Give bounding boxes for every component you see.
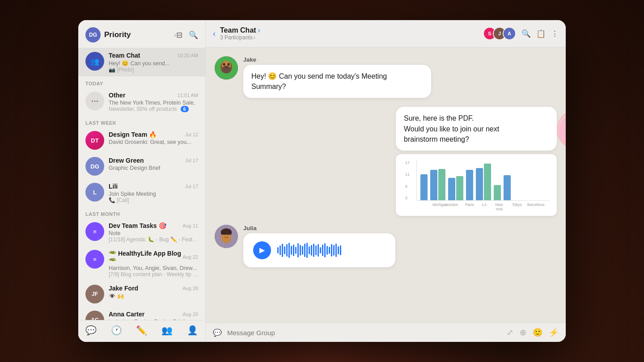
jake-avatar	[215, 56, 238, 80]
conv-content-healthylife: 🥗 HealthyLife App Blog 🥗 Aug 22 Harrison…	[109, 250, 198, 278]
participants-chevron: ›	[254, 34, 255, 41]
conv-preview-lili: Join Spike Meeting	[109, 191, 198, 197]
conv-content-team-chat: Team Chat 10:20 AM Hey! 😊 Can you send..…	[109, 52, 198, 73]
waveform	[277, 242, 341, 258]
nav-history[interactable]: 🕐	[111, 325, 122, 336]
sidebar-title: Priority	[104, 30, 173, 39]
conv-name-design-team: Design Team 🔥	[109, 131, 157, 138]
nav-groups[interactable]: 👥	[161, 325, 173, 336]
app-window: DG Priority › ⊟ 🔍 👥 Team Chat 10:20 AM	[78, 20, 566, 342]
svg-point-4	[223, 63, 225, 66]
compose-icon: ✏️	[136, 325, 147, 336]
conversation-item-healthylife[interactable]: ≡ 🥗 HealthyLife App Blog 🥗 Aug 22 Harris…	[78, 246, 205, 281]
bar-group-la	[466, 170, 473, 200]
conv-top-drew-green: Drew Green Jul 17	[109, 157, 198, 164]
chat-input-bar: 💬 ⤢ ⊕ 🙂 ⚡	[206, 323, 566, 342]
wave-bar	[277, 247, 279, 253]
conv-content-dev-team: Dev Team Tasks 🎯 Aug 11 Note [11/18] Age…	[109, 222, 198, 243]
message-julia-audio: Julia ▶	[215, 225, 557, 267]
groups-icon: 👥	[161, 325, 173, 336]
conversation-item-drew-green[interactable]: DG Drew Green Jul 17 Graphic Design Brie…	[78, 153, 205, 179]
svg-point-9	[224, 232, 225, 235]
section-label-today: TODAY	[78, 76, 205, 88]
participant-avatar-3: A	[503, 27, 516, 40]
bar-group-london	[430, 169, 445, 200]
user-avatar: DG	[85, 27, 101, 42]
conversation-item-lili[interactable]: L Lili Jul 17 Join Spike Meeting 📞 [Call…	[78, 179, 205, 207]
lightning-icon[interactable]: ⚡	[549, 328, 559, 337]
bar-paris-blue	[448, 178, 455, 200]
conv-name-team-chat: Team Chat	[109, 52, 140, 59]
conv-preview-healthylife: Harrison, You, Angie, Sivan, Drew...	[109, 265, 198, 271]
bar-tokyo-green	[494, 185, 501, 200]
more-icon[interactable]: ⋮	[551, 29, 559, 38]
conv-content-other: Other 11:01 AM The New York Times, Prote…	[109, 92, 198, 112]
bar-group-newyork	[476, 164, 491, 200]
x-label-michigan: Michigan	[432, 202, 441, 211]
main-chat: ‹ Team Chat › 3 Participants › S J	[206, 20, 566, 342]
conversation-item-other[interactable]: ··· Other 11:01 AM The New York Times, P…	[78, 88, 205, 116]
conversation-item-design-team[interactable]: DT Design Team 🔥 Jul 12 David Grosenki: …	[78, 127, 205, 153]
sidebar-header-icons: ⊟ 🔍	[176, 30, 198, 40]
jake-face-svg	[215, 56, 238, 80]
conv-top-other: Other 11:01 AM	[109, 92, 198, 99]
nav-compose[interactable]: ✏️	[136, 325, 147, 336]
conversation-item-anna-carter[interactable]: AC Anna Carter Aug 29 Invitation: Review…	[78, 307, 205, 320]
message-jake: Jake Hey! 😊 Can you send me today's Meet…	[215, 56, 557, 98]
back-button[interactable]: ‹	[213, 29, 216, 38]
conversation-item-team-chat[interactable]: 👥 Team Chat 10:20 AM Hey! 😊 Can you send…	[78, 48, 205, 76]
conv-avatar-lili: L	[85, 183, 104, 202]
section-label-lastweek: LAST WEEK	[78, 116, 205, 127]
conversation-item-jake-ford[interactable]: JF Jake Ford Aug 28 👁️ 🙌	[78, 281, 205, 307]
bar-chart: 0 6 11 17	[396, 154, 557, 216]
play-button[interactable]: ▶	[253, 241, 271, 259]
bar-newyork-green	[484, 164, 491, 200]
play-icon: ▶	[259, 246, 265, 254]
input-icons: ⤢ ⊕ 🙂 ⚡	[507, 328, 559, 337]
bottom-nav: 💬 🕐 ✏️ 👥 👤	[78, 320, 205, 342]
conv-preview-drew-green: Graphic Design Brief	[109, 165, 198, 171]
chat-title-block: Team Chat › 3 Participants ›	[220, 26, 483, 41]
conv-top-healthylife: 🥗 HealthyLife App Blog 🥗 Aug 22	[109, 250, 198, 264]
nav-profile[interactable]: 👤	[187, 325, 198, 336]
bar-group-michigan	[420, 174, 428, 200]
messages-area: Jake Hey! 😊 Can you send me today's Meet…	[206, 47, 566, 323]
nav-messages[interactable]: 💬	[85, 325, 97, 336]
message-icon: 💬	[213, 328, 222, 337]
conv-preview2-team-chat: 📷 [Photo]	[109, 67, 198, 73]
conv-preview-design-team: David Grosenki: Great, see you...	[109, 139, 198, 145]
expand-icon[interactable]: ⤢	[507, 328, 513, 337]
filter-icon[interactable]: ⊟	[176, 30, 182, 40]
conv-name-other: Other	[109, 92, 125, 99]
x-label-paris: Paris	[462, 202, 477, 211]
search-icon[interactable]: 🔍	[189, 30, 198, 40]
conv-preview2-other: Newsletter, 50% off products 6	[109, 106, 198, 112]
bar-la-blue	[466, 170, 473, 200]
conv-name-lili: Lili	[109, 183, 118, 190]
svg-point-10	[227, 232, 229, 235]
julia-avatar	[215, 225, 238, 248]
calendar-icon[interactable]: 📋	[536, 29, 546, 38]
conv-content-design-team: Design Team 🔥 Jul 12 David Grosenki: Gre…	[109, 131, 198, 145]
emoji-icon[interactable]: 🙂	[533, 328, 542, 337]
message-input[interactable]	[227, 329, 501, 337]
julia-face-svg	[215, 225, 238, 248]
add-icon[interactable]: ⊕	[520, 328, 526, 337]
conv-time-lili: Jul 17	[185, 184, 198, 189]
sidebar: DG Priority › ⊟ 🔍 👥 Team Chat 10:20 AM	[78, 20, 206, 342]
conversation-item-dev-team[interactable]: ≡ Dev Team Tasks 🎯 Aug 11 Note [11/18] A…	[78, 219, 205, 246]
user-avatar-initials: DG	[89, 32, 97, 38]
bar-group-tokyo	[494, 185, 501, 200]
audio-bubble: ▶	[243, 233, 395, 267]
svg-point-5	[228, 63, 230, 66]
jake-bubble-container: Jake Hey! 😊 Can you send me today's Meet…	[243, 56, 431, 98]
chart-x-labels: Michigan London Paris LA New York Tokyo …	[416, 201, 550, 211]
bar-group-barcelona	[504, 175, 511, 200]
conv-avatar-jake-ford: JF	[85, 285, 104, 303]
search-chat-icon[interactable]: 🔍	[521, 29, 531, 38]
conv-avatar-other: ···	[85, 92, 104, 110]
chat-header: ‹ Team Chat › 3 Participants › S J	[206, 20, 566, 47]
sidebar-header: DG Priority › ⊟ 🔍	[78, 20, 205, 48]
messages-icon: 💬	[85, 325, 97, 336]
conv-top-jake-ford: Jake Ford Aug 28	[109, 285, 198, 292]
